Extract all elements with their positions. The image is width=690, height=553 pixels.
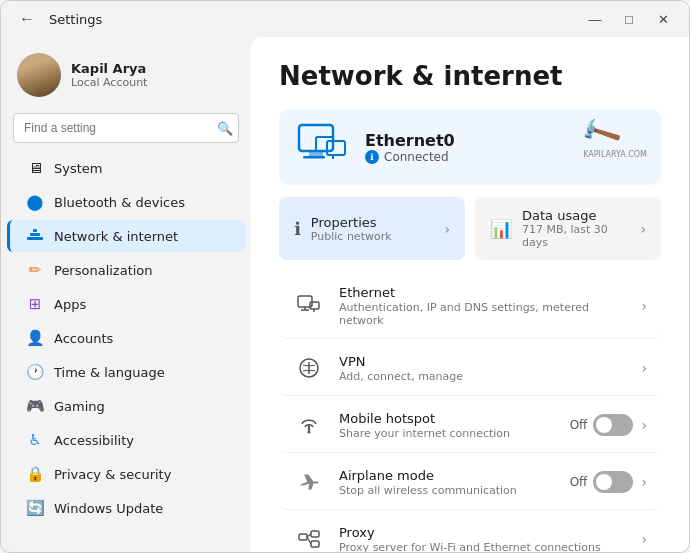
svg-line-22 (307, 537, 311, 544)
data-usage-icon: 📊 (490, 218, 512, 239)
hotspot-row-text: Mobile hotspot Share your internet conne… (339, 411, 556, 440)
vpn-chevron: › (641, 360, 647, 376)
airplane-row-right: Off › (570, 471, 647, 493)
svg-rect-6 (327, 141, 345, 155)
sidebar-label-gaming: Gaming (54, 399, 105, 414)
privacy-icon: 🔒 (26, 465, 44, 483)
settings-list: Ethernet Authentication, IP and DNS sett… (279, 274, 661, 553)
user-account-type: Local Account (71, 76, 147, 89)
sidebar-item-update[interactable]: 🔄 Windows Update (7, 492, 245, 524)
properties-chevron: › (444, 221, 450, 237)
sidebar-item-network[interactable]: Network & internet (7, 220, 245, 252)
svg-rect-2 (33, 229, 37, 232)
hotspot-row-sub: Share your internet connection (339, 427, 556, 440)
sidebar-item-bluetooth[interactable]: ⬤ Bluetooth & devices (7, 186, 245, 218)
svg-rect-19 (311, 531, 319, 537)
page-title: Network & internet (279, 61, 661, 91)
hotspot-toggle-knob (596, 417, 612, 433)
avatar-image (17, 53, 61, 97)
title-bar: ← Settings — □ ✕ (1, 1, 689, 37)
sidebar-item-privacy[interactable]: 🔒 Privacy & security (7, 458, 245, 490)
accounts-icon: 👤 (26, 329, 44, 347)
proxy-row[interactable]: Proxy Proxy server for Wi-Fi and Etherne… (279, 512, 661, 553)
search-box: 🔍 (13, 113, 239, 143)
proxy-row-title: Proxy (339, 525, 627, 540)
airplane-row-title: Airplane mode (339, 468, 556, 483)
proxy-chevron: › (641, 531, 647, 547)
sidebar-label-apps: Apps (54, 297, 86, 312)
sidebar-label-privacy: Privacy & security (54, 467, 171, 482)
user-info: Kapil Arya Local Account (71, 61, 147, 89)
svg-rect-1 (30, 233, 40, 236)
personalization-icon: ✏ (26, 261, 44, 279)
sidebar-item-system[interactable]: 🖥 System (7, 152, 245, 184)
vpn-row[interactable]: VPN Add, connect, manage › (279, 341, 661, 396)
proxy-row-text: Proxy Proxy server for Wi-Fi and Etherne… (339, 525, 627, 554)
sidebar-label-personalization: Personalization (54, 263, 153, 278)
sidebar-label-bluetooth: Bluetooth & devices (54, 195, 185, 210)
airplane-toggle-wrap: Off (570, 471, 634, 493)
airplane-toggle[interactable] (593, 471, 633, 493)
data-usage-card[interactable]: 📊 Data usage 717 MB, last 30 days › (475, 197, 661, 260)
maximize-button[interactable]: □ (615, 9, 643, 29)
properties-icon: ℹ️ (294, 218, 301, 239)
sidebar-item-gaming[interactable]: 🎮 Gaming (7, 390, 245, 422)
data-usage-sub: 717 MB, last 30 days (522, 223, 630, 249)
sidebar: Kapil Arya Local Account 🔍 🖥 System ⬤ Bl… (1, 37, 251, 553)
svg-rect-4 (309, 151, 323, 156)
airplane-row[interactable]: Airplane mode Stop all wireless communic… (279, 455, 661, 510)
window-title: Settings (49, 12, 102, 27)
sidebar-item-personalization[interactable]: ✏ Personalization (7, 254, 245, 286)
hotspot-row-title: Mobile hotspot (339, 411, 556, 426)
user-name: Kapil Arya (71, 61, 147, 76)
back-button[interactable]: ← (13, 8, 41, 30)
accessibility-icon: ♿ (26, 431, 44, 449)
ethernet-row-sub: Authentication, IP and DNS settings, met… (339, 301, 627, 327)
airplane-row-icon (293, 466, 325, 498)
svg-rect-18 (299, 534, 307, 540)
sidebar-label-time: Time & language (54, 365, 165, 380)
ethernet-row-text: Ethernet Authentication, IP and DNS sett… (339, 285, 627, 327)
ethernet-status-card: Ethernet0 ℹ Connected 🔨 KAPILARYA.COM (279, 109, 661, 185)
airplane-chevron: › (641, 474, 647, 490)
properties-row: ℹ️ Properties Public network › 📊 Data us… (279, 197, 661, 260)
svg-rect-0 (27, 237, 43, 240)
sidebar-label-update: Windows Update (54, 501, 163, 516)
hotspot-toggle[interactable] (593, 414, 633, 436)
close-button[interactable]: ✕ (649, 9, 677, 29)
apps-icon: ⊞ (26, 295, 44, 313)
data-usage-chevron: › (640, 221, 646, 237)
hotspot-row[interactable]: Mobile hotspot Share your internet conne… (279, 398, 661, 453)
airplane-row-sub: Stop all wireless communication (339, 484, 556, 497)
hotspot-chevron: › (641, 417, 647, 433)
airplane-toggle-label: Off (570, 475, 588, 489)
window-controls: — □ ✕ (581, 9, 677, 29)
user-profile: Kapil Arya Local Account (1, 45, 251, 109)
properties-info: Properties Public network (311, 215, 392, 243)
data-usage-title: Data usage (522, 208, 630, 223)
sidebar-item-apps[interactable]: ⊞ Apps (7, 288, 245, 320)
sidebar-item-accessibility[interactable]: ♿ Accessibility (7, 424, 245, 456)
svg-rect-20 (311, 541, 319, 547)
connected-dot: ℹ (365, 150, 379, 164)
minimize-button[interactable]: — (581, 9, 609, 29)
data-usage-info: Data usage 717 MB, last 30 days (522, 208, 630, 249)
vpn-row-icon (293, 352, 325, 384)
search-input[interactable] (13, 113, 239, 143)
properties-card[interactable]: ℹ️ Properties Public network › (279, 197, 465, 260)
hotspot-toggle-wrap: Off (570, 414, 634, 436)
properties-title: Properties (311, 215, 392, 230)
proxy-row-right: › (641, 531, 647, 547)
sidebar-item-accounts[interactable]: 👤 Accounts (7, 322, 245, 354)
gaming-icon: 🎮 (26, 397, 44, 415)
watermark-area: 🔨 KAPILARYA.COM (583, 117, 647, 159)
sidebar-item-time[interactable]: 🕐 Time & language (7, 356, 245, 388)
vpn-row-sub: Add, connect, manage (339, 370, 627, 383)
search-icon[interactable]: 🔍 (217, 121, 233, 136)
title-bar-left: ← Settings (13, 8, 102, 30)
vpn-row-text: VPN Add, connect, manage (339, 354, 627, 383)
update-icon: 🔄 (26, 499, 44, 517)
hotspot-toggle-label: Off (570, 418, 588, 432)
connected-label: Connected (384, 150, 449, 164)
ethernet-row[interactable]: Ethernet Authentication, IP and DNS sett… (279, 274, 661, 339)
